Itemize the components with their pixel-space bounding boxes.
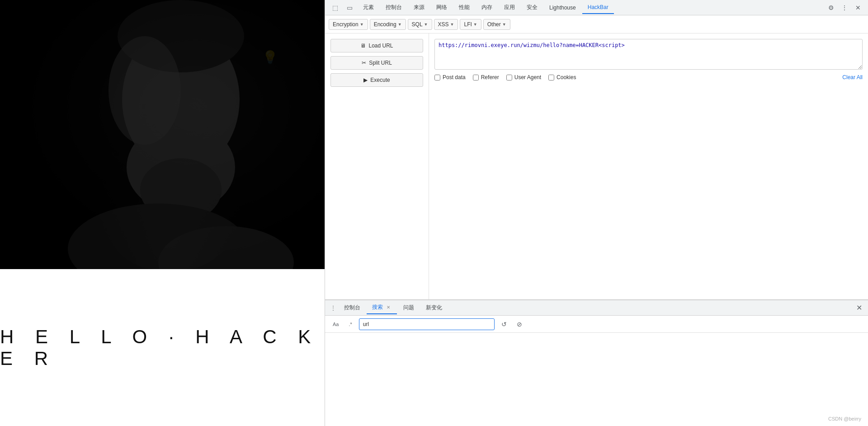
encryption-dropdown[interactable]: Encryption ▼: [329, 19, 368, 30]
search-bar: Aa .* ↺ ⊘: [325, 316, 868, 333]
tab-lighthouse[interactable]: Lighthouse: [544, 1, 581, 14]
user-agent-label: User Agent: [514, 74, 541, 80]
bottom-console-label: 控制台: [344, 304, 360, 312]
execute-icon: ▶: [363, 77, 368, 83]
referer-checkbox[interactable]: [473, 75, 479, 80]
more-dots-icon: ⋮: [841, 4, 848, 11]
other-label: Other: [487, 21, 501, 28]
hackbar-left-panel: 🖥 Load URL ✂ Split URL ▶ Execute: [325, 33, 429, 299]
referer-label: Referer: [481, 74, 499, 80]
devtools-panel: ⬚ ▭ 元素 控制台 来源 网络 性能 内存 应用 安全 Lighthouse …: [325, 0, 868, 426]
hackbar-right-panel: Post data Referer User Agent Cookies Cle…: [429, 33, 868, 299]
devtools-tab-bar: 元素 控制台 来源 网络 性能 内存 应用 安全 Lighthouse Hack…: [358, 1, 823, 14]
bottom-tab-bar: ⋮ 控制台 搜索 ✕ 问题 新变化 ✕: [325, 300, 868, 316]
bottom-search-results: [325, 333, 868, 426]
hackbar-toolbar: Encryption ▼ Encoding ▼ SQL ▼ XSS ▼ LFI …: [325, 15, 868, 33]
bottom-search-label: 搜索: [372, 303, 383, 311]
sql-dropdown[interactable]: SQL ▼: [408, 19, 432, 30]
clear-all-button[interactable]: Clear All: [842, 74, 863, 80]
clear-all-label: Clear All: [842, 74, 863, 80]
encryption-label: Encryption: [333, 21, 359, 28]
close-devtools-button[interactable]: ✕: [852, 1, 864, 14]
split-url-icon: ✂: [362, 60, 366, 66]
cookies-checkbox[interactable]: [548, 75, 554, 80]
user-agent-checkbox[interactable]: [506, 75, 512, 80]
split-url-label: Split URL: [369, 60, 392, 66]
cookies-label: Cookies: [557, 74, 576, 80]
encoding-label: Encoding: [374, 21, 396, 28]
execute-label: Execute: [370, 77, 390, 83]
encoding-dropdown[interactable]: Encoding ▼: [370, 19, 406, 30]
settings-button[interactable]: ⚙: [825, 1, 837, 14]
tab-network[interactable]: 网络: [431, 1, 453, 14]
search-clear-icon: ⊘: [517, 321, 522, 328]
sql-arrow-icon: ▼: [424, 22, 428, 27]
close-bottom-icon: ✕: [856, 303, 862, 312]
execute-button[interactable]: ▶ Execute: [330, 73, 423, 87]
tab-console[interactable]: 控制台: [380, 1, 407, 14]
other-dropdown[interactable]: Other ▼: [483, 19, 510, 30]
tab-bottom-search[interactable]: 搜索 ✕: [367, 302, 397, 314]
devtools-right-icons: ⚙ ⋮ ✕: [825, 1, 864, 14]
search-refresh-button[interactable]: ↺: [498, 318, 510, 330]
encoding-arrow-icon: ▼: [398, 22, 402, 27]
search-tab-close-icon[interactable]: ✕: [385, 304, 392, 310]
xss-label: XSS: [438, 21, 449, 28]
bottom-changes-label: 新变化: [426, 304, 442, 312]
referer-option[interactable]: Referer: [473, 74, 499, 80]
split-url-button[interactable]: ✂ Split URL: [330, 56, 423, 70]
encryption-arrow-icon: ▼: [360, 22, 364, 27]
search-regex-option[interactable]: .*: [345, 320, 355, 329]
user-agent-option[interactable]: User Agent: [506, 74, 541, 80]
face-svg: [0, 0, 325, 269]
search-clear-button[interactable]: ⊘: [514, 318, 525, 330]
tab-performance[interactable]: 性能: [453, 1, 475, 14]
post-data-option[interactable]: Post data: [434, 74, 466, 80]
csdn-watermark: CSDN @beirry: [828, 416, 861, 421]
tab-sources[interactable]: 来源: [408, 1, 430, 14]
device-toggle-button[interactable]: ▭: [343, 1, 356, 14]
svg-point-5: [108, 36, 181, 145]
tab-security[interactable]: 安全: [521, 1, 543, 14]
devtools-top-toolbar: ⬚ ▭ 元素 控制台 来源 网络 性能 内存 应用 安全 Lighthouse …: [325, 0, 868, 15]
bottom-panel: ⋮ 控制台 搜索 ✕ 问题 新变化 ✕ Aa .*: [325, 299, 868, 426]
load-url-button[interactable]: 🖥 Load URL: [330, 39, 423, 52]
webpage-panel: 💡 H E L L O · H A C K E R: [0, 0, 325, 426]
drag-handle[interactable]: ⋮: [329, 303, 338, 312]
drag-icon: ⋮: [330, 304, 336, 312]
tab-bottom-changes[interactable]: 新变化: [420, 302, 448, 314]
tab-bottom-issues[interactable]: 问题: [398, 302, 420, 314]
tab-memory[interactable]: 内存: [476, 1, 498, 14]
more-options-button[interactable]: ⋮: [838, 1, 851, 14]
lfi-arrow-icon: ▼: [473, 22, 477, 27]
tab-application[interactable]: 应用: [499, 1, 520, 14]
sql-label: SQL: [412, 21, 423, 28]
post-data-label: Post data: [443, 74, 466, 80]
device-icon: ▭: [347, 4, 353, 11]
xss-arrow-icon: ▼: [450, 22, 454, 27]
lfi-dropdown[interactable]: LFI ▼: [460, 19, 481, 30]
hello-hacker-text: H E L L O · H A C K E R: [0, 326, 325, 369]
tab-elements[interactable]: 元素: [358, 1, 379, 14]
hello-hacker-area: H E L L O · H A C K E R: [0, 269, 325, 426]
cookies-option[interactable]: Cookies: [548, 74, 576, 80]
url-input[interactable]: [434, 39, 863, 70]
post-data-checkbox[interactable]: [434, 75, 440, 80]
hackbar-content: 🖥 Load URL ✂ Split URL ▶ Execute Post da…: [325, 33, 868, 299]
load-url-icon: 🖥: [360, 43, 366, 49]
hacker-photo: 💡: [0, 0, 325, 269]
close-bottom-panel-button[interactable]: ✕: [854, 303, 864, 313]
refresh-icon: ↺: [501, 321, 507, 328]
lfi-label: LFI: [464, 21, 472, 28]
search-case-option[interactable]: Aa: [330, 320, 342, 329]
xss-dropdown[interactable]: XSS ▼: [434, 19, 458, 30]
settings-icon: ⚙: [828, 4, 834, 11]
options-row: Post data Referer User Agent Cookies Cle…: [434, 74, 863, 80]
tab-hackbar[interactable]: HackBar: [582, 1, 614, 14]
tab-bottom-console[interactable]: 控制台: [339, 302, 366, 314]
other-arrow-icon: ▼: [502, 22, 506, 27]
inspect-button[interactable]: ⬚: [329, 1, 341, 14]
inspect-icon: ⬚: [332, 4, 338, 11]
load-url-label: Load URL: [368, 43, 393, 49]
search-input[interactable]: [359, 318, 495, 330]
